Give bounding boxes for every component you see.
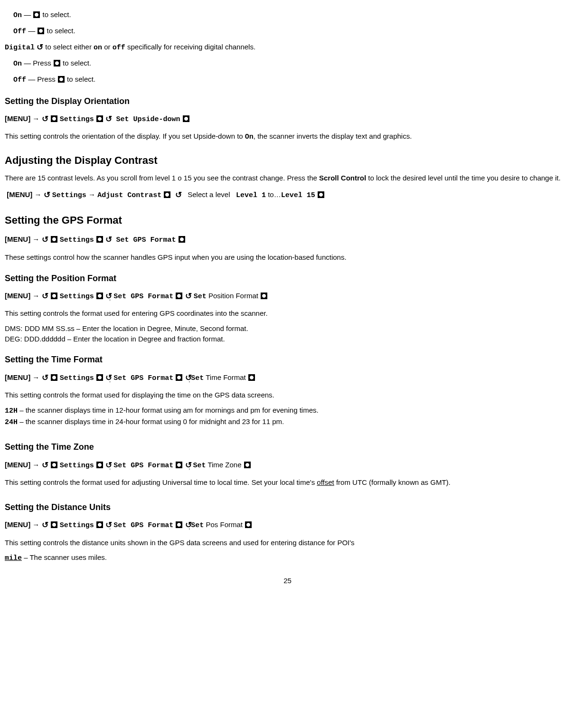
scroll-icon: ↺ — [42, 233, 48, 247]
offset-link[interactable]: offset — [317, 478, 334, 486]
arrow-icon: → — [32, 518, 39, 531]
enter-icon — [96, 521, 103, 528]
enter-icon — [58, 76, 65, 83]
menu-key: [MENU] — [5, 114, 30, 123]
enter-icon — [51, 462, 57, 468]
scroll-icon: ↺ — [185, 458, 192, 473]
text: , the scanner inverts the display text a… — [254, 132, 412, 140]
text: to select either — [45, 43, 94, 51]
scroll-icon: ↺ — [175, 188, 182, 203]
h24-desc: – the scanner displays time in 24-hour f… — [18, 417, 284, 425]
select-level-text: Select a level — [188, 190, 230, 199]
arrow-icon: → — [32, 289, 39, 302]
h12-label: 12H — [5, 407, 18, 415]
heading-time-format: Setting the Time Format — [5, 353, 570, 366]
text: This setting controls the format used fo… — [5, 478, 317, 486]
enter-icon — [179, 236, 185, 243]
enter-icon — [176, 462, 182, 468]
label-off: Off — [13, 28, 26, 36]
enter-icon — [96, 115, 103, 122]
scroll-icon: ↺ — [44, 188, 50, 203]
enter-icon — [183, 115, 189, 122]
settings-label: Settings — [60, 374, 94, 382]
scroll-icon: ↺ — [42, 371, 48, 386]
settings-label: Settings — [60, 236, 94, 244]
to-text: to… — [268, 190, 281, 199]
digital-on-line: On — Press to select. — [13, 58, 570, 69]
set-label: Set — [191, 521, 204, 529]
pos-format-text: Pos Format — [204, 520, 245, 529]
scroll-icon: ↺ — [185, 289, 192, 304]
comma-icon: , — [109, 465, 111, 470]
heading-distance-units: Setting the Distance Units — [5, 501, 570, 513]
settings-label: Settings — [52, 191, 86, 199]
digital-label: Digital — [5, 44, 35, 52]
enter-icon — [33, 11, 40, 18]
h24-label: 24H — [5, 418, 18, 426]
text: — Press — [28, 75, 57, 83]
arrow-icon: → — [32, 458, 39, 471]
time-zone-text: Time Zone — [206, 461, 244, 469]
scroll-icon: ↺ — [42, 518, 48, 533]
enter-icon — [54, 60, 60, 66]
off-word: off — [113, 44, 125, 52]
position-format-options: DMS: DDD MM SS.ss – Enter the location i… — [5, 323, 570, 344]
text: to select. — [47, 27, 75, 35]
heading-time-zone: Setting the Time Zone — [5, 441, 570, 453]
deg-line: DEG: DDD.dddddd – Enter the location in … — [5, 335, 225, 343]
mile-desc: – The scanner uses miles. — [22, 553, 107, 561]
set-gps-format-label: Set GPS Format — [113, 462, 173, 470]
desc-display-orientation: This setting controls the orientation of… — [5, 131, 570, 142]
path-display-orientation: [MENU] → ↺ Settings ↺ Set Upside-down — [5, 112, 570, 127]
level-15-label: Level 15 — [281, 191, 315, 199]
set-label: Set — [191, 374, 204, 382]
enter-icon — [96, 236, 103, 243]
enter-icon — [51, 293, 57, 299]
text: or — [102, 43, 113, 51]
desc-display-contrast: There are 15 contrast levels. As you scr… — [5, 173, 570, 183]
heading-display-orientation: Setting the Display Orientation — [5, 95, 570, 107]
on-word: on — [94, 44, 102, 52]
scroll-control-label: Scroll Control — [319, 174, 366, 182]
enter-icon — [261, 293, 267, 299]
path-time-zone: [MENU] → ↺ Settings ↺, Set GPS Format ↺,… — [5, 458, 570, 473]
enter-icon — [96, 293, 103, 299]
path-position-format: [MENU] → ↺ Settings ↺, Set GPS Format ↺ … — [5, 289, 570, 304]
scroll-icon: ↺ — [42, 289, 48, 304]
comma-icon: , — [189, 378, 190, 383]
menu-key: [MENU] — [5, 292, 30, 300]
comma-icon: , — [109, 525, 111, 530]
scroll-icon: ↺ — [105, 112, 112, 127]
arrow-icon: → — [32, 233, 39, 246]
menu-key: [MENU] — [5, 373, 30, 381]
enter-icon — [96, 462, 103, 468]
enter-icon — [176, 293, 182, 299]
text: specifically for receiving digital chann… — [125, 43, 255, 51]
arrow-icon: → — [32, 371, 39, 384]
mile-label: mile — [5, 554, 22, 562]
desc-gps-format: These settings control how the scanner h… — [5, 252, 570, 263]
enter-icon — [176, 374, 182, 381]
enter-icon — [244, 462, 251, 468]
enter-icon — [51, 236, 57, 243]
option-on-line: On — to select. — [13, 9, 570, 21]
set-gps-format-label: Set GPS Format — [113, 521, 173, 529]
menu-key: [MENU] — [5, 520, 30, 529]
settings-label: Settings — [60, 115, 94, 123]
enter-icon — [96, 374, 103, 381]
heading-display-contrast: Adjusting the Display Contrast — [5, 153, 570, 168]
settings-label: Settings — [60, 462, 94, 470]
level-1-label: Level 1 — [236, 191, 266, 199]
menu-key: [MENU] — [7, 190, 32, 199]
heading-position-format: Setting the Position Format — [5, 272, 570, 284]
arrow-icon: → — [88, 188, 95, 201]
enter-icon — [38, 28, 44, 34]
sep: — — [28, 27, 37, 35]
text: — Press — [24, 59, 53, 67]
set-label: Set — [193, 462, 206, 470]
enter-icon — [51, 115, 57, 122]
label-on: On — [13, 60, 22, 68]
settings-label: Settings — [60, 293, 94, 301]
desc-position-format: This setting controls the format used fo… — [5, 308, 570, 319]
time-format-text: Time Format — [204, 373, 248, 381]
